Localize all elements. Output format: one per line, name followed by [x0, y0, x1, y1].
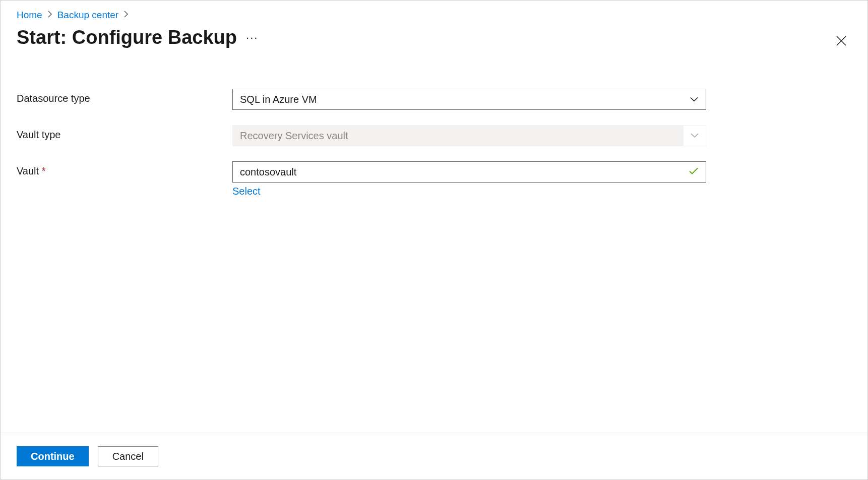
form-row-vault: Vault * contosovault Select: [17, 161, 851, 197]
page-title: Start: Configure Backup: [17, 27, 237, 48]
title-row: Start: Configure Backup ···: [17, 27, 851, 48]
breadcrumb-home[interactable]: Home: [17, 10, 42, 21]
required-marker: *: [42, 165, 46, 176]
vault-type-label: Vault type: [17, 125, 232, 141]
chevron-down-icon: [690, 94, 699, 105]
cancel-button[interactable]: Cancel: [98, 446, 158, 466]
page-content: Home Backup center Start: Configure Back…: [1, 1, 867, 433]
chevron-right-icon: [123, 11, 129, 20]
form-row-datasource-type: Datasource type SQL in Azure VM: [17, 89, 851, 110]
vault-value: contosovault: [240, 166, 296, 178]
form-area: Datasource type SQL in Azure VM Vault ty…: [17, 89, 851, 197]
vault-select-link[interactable]: Select: [232, 186, 261, 197]
breadcrumb: Home Backup center: [17, 10, 851, 21]
vault-type-select: Recovery Services vault: [232, 125, 706, 146]
chevron-right-icon: [47, 11, 52, 20]
breadcrumb-backup-center[interactable]: Backup center: [57, 10, 118, 21]
vault-type-value: Recovery Services vault: [240, 130, 348, 142]
footer: Continue Cancel: [1, 433, 867, 479]
chevron-down-icon: [684, 126, 706, 146]
datasource-type-label: Datasource type: [17, 89, 232, 104]
form-row-vault-type: Vault type Recovery Services vault: [17, 125, 851, 146]
vault-label: Vault *: [17, 161, 232, 177]
check-icon: [689, 166, 699, 178]
datasource-type-select[interactable]: SQL in Azure VM: [232, 89, 706, 110]
close-icon[interactable]: [835, 35, 847, 49]
datasource-type-value: SQL in Azure VM: [240, 94, 317, 105]
vault-label-text: Vault: [17, 165, 39, 176]
more-icon[interactable]: ···: [246, 31, 258, 44]
continue-button[interactable]: Continue: [17, 446, 89, 466]
vault-input[interactable]: contosovault: [232, 161, 706, 183]
